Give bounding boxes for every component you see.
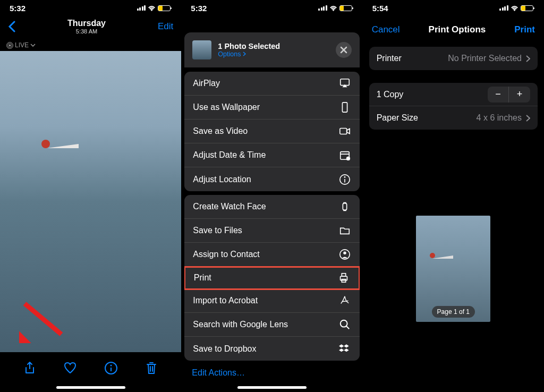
paper-size-row[interactable]: Paper Size 4 x 6 inches	[369, 106, 538, 130]
svg-rect-7	[339, 129, 346, 134]
increment-button[interactable]: +	[509, 87, 530, 103]
home-indicator[interactable]	[56, 386, 125, 389]
close-button[interactable]	[336, 42, 352, 58]
cancel-button[interactable]: Cancel	[372, 24, 400, 35]
print-button[interactable]: Print	[514, 24, 535, 35]
share-sheet-panel: 5:32 1 Photo Selected Options AirPlayUse…	[181, 0, 362, 392]
info-icon[interactable]	[104, 361, 118, 375]
chevron-right-icon	[526, 55, 530, 62]
trash-icon[interactable]	[144, 361, 158, 375]
svg-rect-17	[342, 279, 345, 283]
info-icon	[338, 174, 351, 185]
chevron-right-icon	[526, 115, 530, 122]
svg-point-9	[346, 157, 350, 160]
acrobat-icon	[338, 295, 351, 306]
print-options-panel: 5:54 Cancel Print Options Print Printer …	[363, 0, 544, 392]
printer-row[interactable]: Printer No Printer Selected	[369, 47, 538, 70]
share-title: 1 Photo Selected	[218, 42, 280, 50]
decrement-button[interactable]: −	[488, 87, 509, 103]
action-row-adjust-location[interactable]: Adjust Location	[184, 167, 359, 191]
phone-icon	[338, 101, 351, 113]
wifi-icon	[329, 5, 337, 11]
home-indicator[interactable]	[237, 386, 307, 389]
status-bar: 5:32	[0, 2, 181, 14]
svg-point-4	[110, 365, 112, 367]
share-icon[interactable]	[23, 361, 37, 375]
svg-point-0	[9, 44, 11, 46]
settings-card: 1 Copy − + Paper Size 4 x 6 inches	[369, 83, 538, 130]
action-row-create-watch-face[interactable]: Create Watch Face	[184, 195, 359, 219]
status-bar: 5:54	[363, 2, 544, 14]
printer-card: Printer No Printer Selected	[369, 47, 538, 70]
photo-thumbnail	[192, 40, 211, 59]
wifi-icon	[148, 5, 156, 11]
battery-icon	[339, 5, 352, 11]
status-time: 5:54	[372, 4, 388, 13]
chevron-down-icon	[30, 44, 36, 47]
back-button[interactable]	[8, 21, 15, 32]
action-row-search-with-google-lens[interactable]: Search with Google Lens	[184, 313, 359, 337]
battery-icon	[158, 5, 171, 11]
calendar-icon	[338, 149, 351, 161]
page-title: Print Options	[429, 24, 486, 35]
svg-rect-16	[342, 274, 345, 277]
battery-icon	[521, 5, 533, 11]
share-header: 1 Photo Selected Options	[184, 32, 359, 67]
svg-point-14	[343, 252, 346, 255]
status-time: 5:32	[191, 4, 207, 13]
action-row-use-as-wallpaper[interactable]: Use as Wallpaper	[184, 96, 359, 120]
action-row-airplay[interactable]: AirPlay	[184, 72, 359, 96]
live-icon	[6, 42, 13, 49]
cell-signal-icon	[137, 5, 146, 11]
share-options-link[interactable]: Options	[218, 50, 280, 58]
cell-signal-icon	[318, 5, 327, 11]
edit-button[interactable]: Edit	[158, 21, 173, 32]
edit-actions-link[interactable]: Edit Actions…	[181, 361, 362, 385]
svg-rect-6	[342, 103, 347, 112]
svg-rect-12	[343, 203, 346, 210]
dropbox-icon	[338, 343, 351, 355]
copies-row: 1 Copy − +	[369, 83, 538, 106]
action-row-save-to-dropbox[interactable]: Save to Dropbox	[184, 337, 359, 361]
action-row-adjust-date-time[interactable]: Adjust Date & Time	[184, 143, 359, 167]
print-preview[interactable]: Page 1 of 1	[363, 146, 544, 392]
chevron-right-icon	[243, 52, 246, 56]
nav-bar: Thursday 5:38 AM Edit	[0, 14, 181, 39]
heart-icon[interactable]	[63, 361, 77, 375]
copies-stepper: − +	[488, 87, 530, 103]
share-actions-group-1: AirPlayUse as WallpaperSave as VideoAdju…	[184, 72, 359, 191]
nav-bar: Cancel Print Options Print	[363, 17, 544, 42]
watch-icon	[338, 201, 351, 212]
contact-icon	[338, 249, 351, 260]
action-row-print[interactable]: Print	[184, 266, 359, 290]
svg-point-18	[340, 320, 347, 327]
bottom-toolbar	[0, 352, 181, 384]
live-badge[interactable]: LIVE	[0, 39, 181, 51]
nav-day: Thursday	[67, 19, 106, 28]
print-icon	[337, 272, 350, 284]
status-bar: 5:32	[181, 2, 362, 14]
action-row-save-as-video[interactable]: Save as Video	[184, 120, 359, 143]
cell-signal-icon	[499, 5, 508, 11]
action-row-import-to-acrobat[interactable]: Import to Acrobat	[184, 289, 359, 313]
video-icon	[338, 125, 351, 137]
folder-icon	[338, 225, 351, 236]
status-time: 5:32	[10, 4, 26, 13]
action-row-save-to-files[interactable]: Save to Files	[184, 219, 359, 243]
search-icon	[338, 319, 351, 330]
airplay-icon	[338, 78, 351, 89]
photos-detail-panel: 5:32 Thursday 5:38 AM Edit LIVE	[0, 0, 181, 392]
svg-point-11	[344, 176, 345, 178]
share-actions-group-2: Create Watch FaceSave to FilesAssign to …	[184, 195, 359, 361]
nav-timestamp: 5:38 AM	[67, 28, 106, 35]
wifi-icon	[511, 5, 518, 11]
action-row-assign-to-contact[interactable]: Assign to Contact	[184, 243, 359, 267]
close-icon	[340, 46, 347, 54]
page-indicator: Page 1 of 1	[432, 306, 475, 318]
